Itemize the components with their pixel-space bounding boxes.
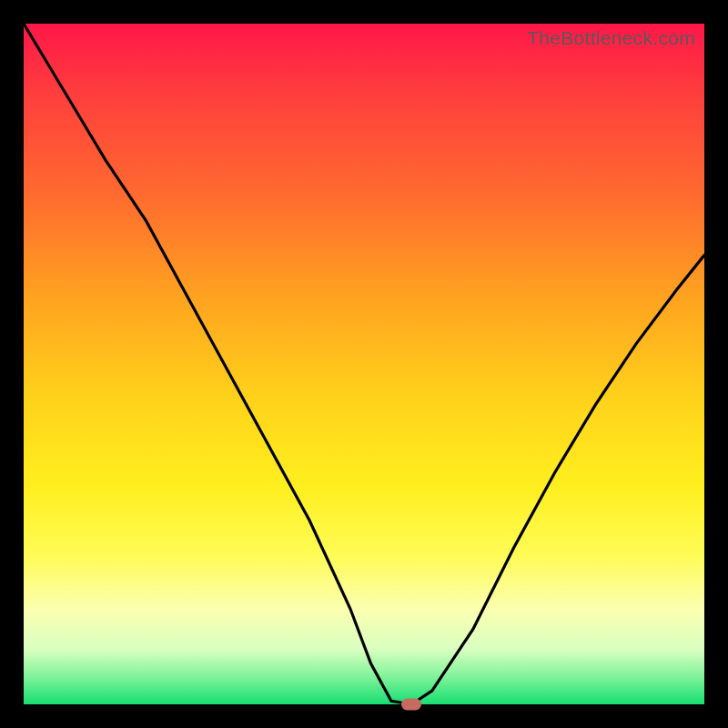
chart-frame: TheBottleneck.com xyxy=(0,0,728,728)
chart-plot-area: TheBottleneck.com xyxy=(24,24,704,704)
bottleneck-curve xyxy=(24,24,704,704)
optimal-point-marker xyxy=(401,699,421,711)
